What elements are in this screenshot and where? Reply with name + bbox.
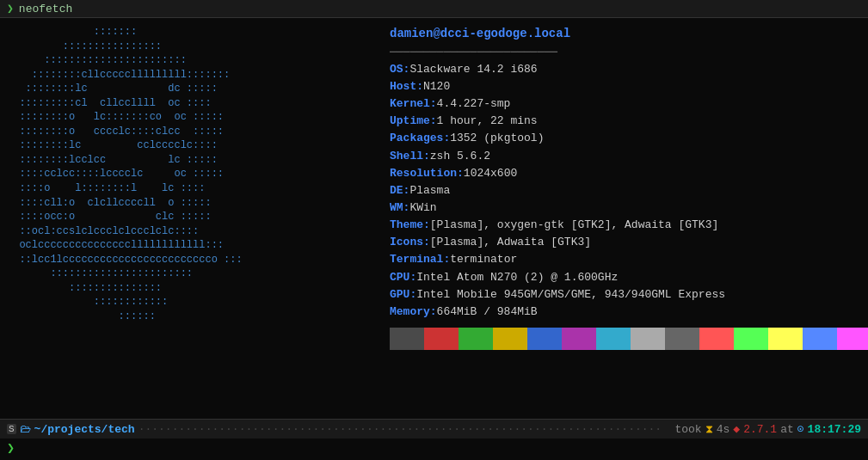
username-line: damien@dcci-egodoge.local <box>390 25 868 44</box>
info-val: Intel Atom N270 (2) @ 1.600GHz <box>416 269 618 286</box>
info-val: [Plasma], Adwaita [GTK3] <box>430 234 591 251</box>
info-key: Icons: <box>390 234 430 251</box>
info-key: CPU: <box>390 269 416 286</box>
s-icon: S <box>7 424 16 434</box>
separator-line: ───────────────────────── <box>390 44 868 61</box>
hourglass-icon: ⧗ <box>705 423 713 436</box>
info-row: Theme: [Plasma], oxygen-gtk [GTK2], Adwa… <box>390 217 868 234</box>
status-path: ~/projects/tech <box>34 423 135 436</box>
prompt-arrow: ❯ <box>7 440 15 457</box>
info-val: zsh 5.6.2 <box>430 148 490 165</box>
info-key: Memory: <box>390 304 437 321</box>
color-blocks <box>390 328 868 350</box>
terminal-window: ❯ neofetch ::::::: :::::::::::::::: ::::… <box>0 0 868 460</box>
color-block <box>803 328 837 350</box>
info-val: 1 hour, 22 mins <box>437 113 538 130</box>
color-block <box>665 328 699 350</box>
info-key: Resolution: <box>390 165 464 182</box>
info-row: Packages: 1352 (pkgtool) <box>390 130 868 147</box>
info-row: Uptime: 1 hour, 22 mins <box>390 113 868 130</box>
info-key: Shell: <box>390 148 430 165</box>
diamond-icon: ◆ <box>733 422 740 436</box>
info-row: WM: KWin <box>390 199 868 217</box>
time: 18:17:29 <box>808 423 861 436</box>
color-block <box>596 328 631 350</box>
color-block <box>493 328 527 350</box>
info-val: Plasma <box>409 182 450 199</box>
color-block <box>562 328 596 350</box>
info-val: 4.4.227-smp <box>437 95 511 113</box>
info-val: terminator <box>450 251 517 268</box>
info-row: Resolution: 1024x600 <box>390 165 868 182</box>
info-row: Memory: 664MiB / 984MiB <box>390 304 868 321</box>
info-key: OS: <box>390 61 409 78</box>
title-text: neofetch <box>19 3 72 15</box>
separator: ───────────────────────── <box>390 46 557 58</box>
info-key: GPU: <box>390 286 416 304</box>
took-label: took <box>674 423 701 436</box>
info-panel: damien@dcci-egodoge.local ──────────────… <box>383 21 868 415</box>
color-block <box>527 328 562 350</box>
main-content: ::::::: :::::::::::::::: :::::::::::::::… <box>0 18 868 419</box>
info-val: Intel Mobile 945GM/GMS/GME, 943/940GML E… <box>416 286 725 304</box>
info-rows: OS: Slackware 14.2 i686Host: N120Kernel:… <box>390 61 868 321</box>
info-row: DE: Plasma <box>390 182 868 199</box>
info-row: CPU: Intel Atom N270 (2) @ 1.600GHz <box>390 269 868 286</box>
info-val: 1024x600 <box>464 165 517 182</box>
color-block <box>390 328 424 350</box>
info-key: Terminal: <box>390 251 450 268</box>
info-key: DE: <box>390 182 409 199</box>
info-row: OS: Slackware 14.2 i686 <box>390 61 868 78</box>
info-val: 1352 (pkgtool) <box>450 130 544 147</box>
info-val: N120 <box>423 78 450 95</box>
title-arrow: ❯ <box>7 2 14 15</box>
info-row: Shell: zsh 5.6.2 <box>390 148 868 165</box>
info-val: [Plasma], oxygen-gtk [GTK2], Adwaita [GT… <box>430 217 718 234</box>
info-key: Host: <box>390 78 423 95</box>
color-block <box>734 328 768 350</box>
version: 2.7.1 <box>743 423 777 436</box>
info-key: WM: <box>390 199 409 217</box>
prompt-bar: ❯ <box>0 439 868 460</box>
username: damien@dcci-egodoge.local <box>390 27 570 40</box>
info-row: Icons: [Plasma], Adwaita [GTK3] <box>390 234 868 251</box>
color-block <box>768 328 803 350</box>
color-block <box>699 328 734 350</box>
info-key: Packages: <box>390 130 450 147</box>
color-block <box>837 328 868 350</box>
info-key: Uptime: <box>390 113 437 130</box>
info-row: Terminal: terminator <box>390 251 868 268</box>
ascii-art: ::::::: :::::::::::::::: :::::::::::::::… <box>0 21 383 415</box>
info-val: KWin <box>409 199 436 217</box>
clock-icon: ⊙ <box>797 422 804 436</box>
info-row: Kernel: 4.4.227-smp <box>390 95 868 113</box>
color-block <box>631 328 665 350</box>
at-label: at <box>780 423 794 436</box>
title-bar: ❯ neofetch <box>0 0 868 18</box>
folder-icon: 🗁 <box>20 423 31 436</box>
info-row: Host: N120 <box>390 78 868 95</box>
duration: 4s <box>717 423 730 436</box>
color-block <box>424 328 459 350</box>
info-val: 664MiB / 984MiB <box>437 304 538 321</box>
status-dots: ········································… <box>139 423 672 436</box>
info-row: GPU: Intel Mobile 945GM/GMS/GME, 943/940… <box>390 286 868 304</box>
info-val: Slackware 14.2 i686 <box>409 61 537 78</box>
info-key: Kernel: <box>390 95 437 113</box>
status-bar: S 🗁 ~/projects/tech ····················… <box>0 419 868 439</box>
info-key: Theme: <box>390 217 430 234</box>
color-block <box>459 328 493 350</box>
